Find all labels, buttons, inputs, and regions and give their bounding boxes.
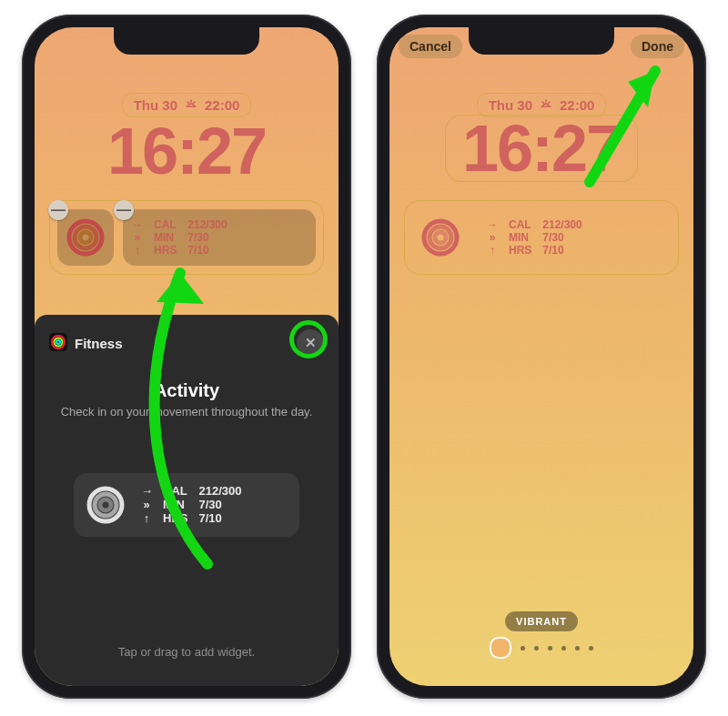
pager-dot[interactable]	[561, 646, 566, 650]
cal-value: 212/300	[198, 484, 241, 498]
widget-preview-tile[interactable]: → CAL 212/300 » MIN 7/30 ↑ HRS 7/10	[74, 473, 299, 537]
cal-label: CAL	[154, 218, 177, 231]
hrs-value: 7/10	[198, 511, 241, 525]
phone-right: Cancel Done Thu 30 22:00 16:27	[377, 15, 706, 699]
sunset-icon	[540, 97, 552, 113]
color-swatch-current[interactable]	[490, 637, 511, 659]
done-label: Done	[642, 39, 673, 54]
min-arrow-icon: »	[487, 231, 498, 244]
lockscreen-date-box[interactable]: Thu 30 22:00	[122, 93, 252, 117]
wallpaper-style-label: VIBRANT	[516, 616, 567, 627]
notch	[114, 27, 259, 55]
svg-point-9	[100, 499, 111, 510]
lockscreen-clock[interactable]: 16:27	[35, 118, 339, 184]
svg-point-2	[80, 232, 91, 243]
min-value: 7/30	[542, 231, 581, 244]
lockscreen-date-text: Thu 30	[134, 97, 177, 113]
widget-activity-rings-small[interactable]: —	[57, 209, 114, 266]
cal-arrow-icon: →	[141, 484, 152, 498]
sunset-icon	[185, 97, 197, 113]
hrs-label: HRS	[154, 244, 177, 257]
activity-rings-icon	[86, 486, 125, 524]
min-value: 7/30	[198, 498, 241, 511]
hrs-value: 7/10	[187, 244, 227, 257]
widget-row[interactable]: — — → CAL 212/300 »	[49, 200, 324, 275]
activity-stats-grid: → CAL 212/300 » MIN 7/30 ↑ HRS 7/10	[487, 218, 582, 257]
lockscreen-sunset-time: 22:00	[205, 97, 239, 113]
min-label: MIN	[509, 231, 531, 244]
activity-stats-grid: → CAL 212/300 » MIN 7/30 ↑ HRS 7/10	[132, 218, 228, 257]
phone-left: Thu 30 22:00 16:27 —	[22, 15, 351, 699]
cancel-button[interactable]: Cancel	[399, 35, 462, 58]
pager-dot[interactable]	[521, 646, 525, 650]
hrs-arrow-icon: ↑	[487, 244, 498, 257]
cal-arrow-icon: →	[487, 218, 498, 231]
lockscreen-date-row[interactable]: Thu 30 22:00	[35, 93, 339, 117]
remove-widget-badge[interactable]: —	[114, 200, 134, 220]
hrs-arrow-icon: ↑	[132, 244, 143, 257]
sheet-section-subtitle: Check in on your movement throughout the…	[49, 405, 324, 420]
lockscreen-clock[interactable]: 16:27	[389, 115, 693, 182]
min-arrow-icon: »	[141, 498, 152, 511]
clock-text: 16:27	[462, 112, 621, 185]
cal-value: 212/300	[187, 218, 227, 231]
cal-arrow-icon: →	[132, 218, 143, 231]
hrs-value: 7/10	[542, 244, 581, 257]
svg-marker-10	[157, 273, 204, 304]
phone-screen-left: Thu 30 22:00 16:27 —	[35, 27, 339, 686]
sheet-hint-text: Tap or drag to add widget.	[35, 645, 339, 659]
min-label: MIN	[154, 231, 177, 244]
hrs-label: HRS	[509, 244, 531, 257]
activity-stats-grid: → CAL 212/300 » MIN 7/30 ↑ HRS 7/10	[141, 484, 241, 525]
sheet-header: Fitness ✕	[49, 329, 324, 357]
widget-picker-sheet: Fitness ✕ Activity Check in on your move…	[35, 315, 339, 686]
close-sheet-button[interactable]: ✕	[297, 329, 324, 357]
notch	[469, 27, 614, 55]
wallpaper-pager[interactable]	[389, 637, 693, 659]
sheet-app-title: Fitness	[49, 333, 123, 354]
sheet-app-name: Fitness	[75, 336, 123, 351]
widget-activity-rings-small[interactable]	[412, 209, 469, 266]
pager-dot[interactable]	[534, 646, 539, 650]
pager-dot[interactable]	[589, 646, 593, 650]
cal-value: 212/300	[542, 218, 581, 231]
wallpaper-style-pill[interactable]: VIBRANT	[505, 611, 578, 631]
fitness-app-icon	[49, 333, 67, 354]
remove-widget-badge[interactable]: —	[48, 200, 68, 220]
activity-rings-icon	[66, 218, 105, 257]
cal-label: CAL	[163, 484, 187, 498]
min-arrow-icon: »	[132, 231, 143, 244]
sheet-section-title: Activity	[49, 380, 324, 401]
min-label: MIN	[163, 498, 187, 511]
widget-activity-stats-large[interactable]: → CAL 212/300 » MIN 7/30 ↑ HRS 7/10	[478, 209, 671, 266]
close-icon: ✕	[305, 335, 317, 351]
hrs-arrow-icon: ↑	[141, 511, 152, 525]
widget-row[interactable]: → CAL 212/300 » MIN 7/30 ↑ HRS 7/10	[404, 200, 679, 275]
pager-dot[interactable]	[548, 646, 552, 650]
widget-activity-stats-large[interactable]: — → CAL 212/300 » MIN 7/30 ↑ HRS 7/10	[123, 209, 316, 266]
min-value: 7/30	[187, 231, 227, 244]
clock-text: 16:27	[107, 115, 266, 187]
activity-rings-icon	[421, 218, 460, 257]
cancel-label: Cancel	[410, 39, 451, 54]
done-button[interactable]: Done	[631, 35, 684, 58]
screenshot-stage: Thu 30 22:00 16:27 —	[0, 0, 728, 716]
clock-editable-box[interactable]: 16:27	[445, 115, 638, 182]
pager-dot[interactable]	[575, 646, 580, 650]
lockscreen-sunset-time: 22:00	[560, 97, 594, 113]
phone-screen-right: Cancel Done Thu 30 22:00 16:27	[389, 27, 693, 686]
svg-point-13	[435, 232, 446, 243]
cal-label: CAL	[509, 218, 531, 231]
lockscreen-date-text: Thu 30	[489, 97, 532, 113]
hrs-label: HRS	[163, 511, 187, 525]
